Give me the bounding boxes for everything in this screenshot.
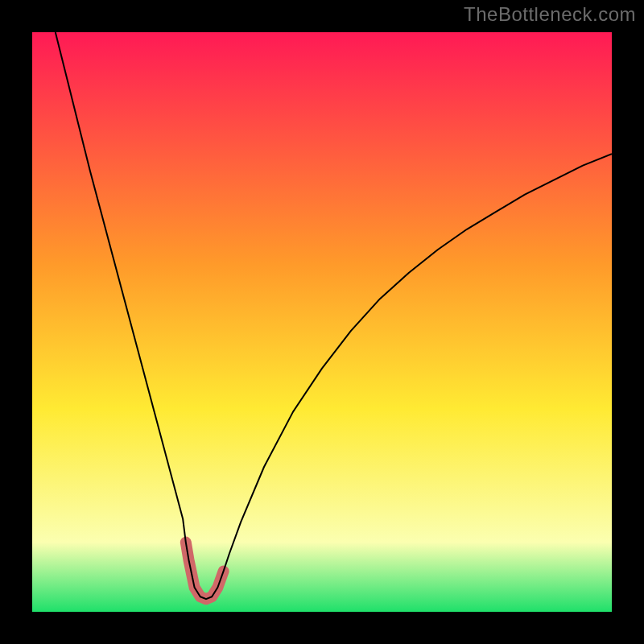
chart-background: [32, 32, 612, 612]
chart-plot-area: [32, 32, 612, 612]
chart-svg: [32, 32, 612, 612]
watermark-text: TheBottleneck.com: [464, 3, 636, 26]
chart-frame: TheBottleneck.com: [0, 0, 644, 644]
